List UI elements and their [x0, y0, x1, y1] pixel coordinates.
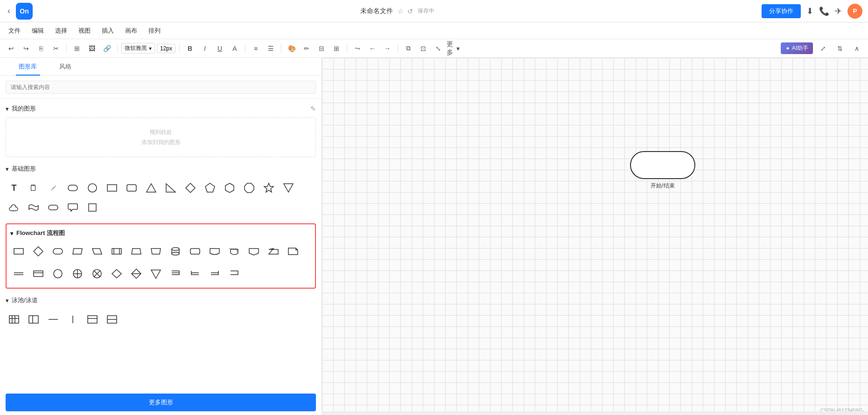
table-icon[interactable]: ⊞ [70, 42, 84, 55]
italic-button[interactable]: I [198, 42, 211, 55]
swimlane-header[interactable]: ▾ 泳池/泳道 [6, 294, 316, 306]
fc-sort[interactable] [128, 265, 145, 282]
bold-button[interactable]: B [183, 42, 196, 55]
edit-icon[interactable]: ✎ [310, 105, 316, 112]
fc-document[interactable] [206, 243, 223, 260]
fc-merge[interactable] [89, 265, 105, 282]
shape-square[interactable] [84, 199, 101, 216]
flowchart-header[interactable]: ▾ Flowchart 流程图 [10, 228, 311, 238]
arrow-left-button[interactable]: ← [366, 42, 379, 55]
resize-button[interactable]: ⤡ [432, 42, 445, 55]
distribute-button[interactable]: ⊞ [330, 42, 343, 55]
shape-stadium[interactable] [45, 199, 62, 216]
expand-button[interactable]: ⇅ [833, 42, 847, 55]
menu-file[interactable]: 文件 [7, 25, 21, 37]
shape-wave[interactable] [25, 199, 42, 216]
shape-pentagon[interactable] [202, 180, 218, 196]
fc-predefined[interactable] [108, 243, 125, 260]
search-input[interactable] [6, 81, 316, 94]
fc-offpage2[interactable] [265, 243, 282, 260]
fc-comment4[interactable] [226, 265, 243, 282]
ai-button[interactable]: ✦ AI助手 [781, 42, 813, 54]
undo-button[interactable]: ↩ [5, 42, 18, 55]
format-button[interactable]: ✂ [49, 42, 63, 55]
font-color-button[interactable]: A [228, 42, 241, 55]
shape-note[interactable]: 🗒 [25, 180, 42, 196]
clone-button[interactable]: ⎘ [35, 42, 48, 55]
shape-triangle[interactable] [143, 180, 160, 196]
collapse-button[interactable]: ∧ [850, 42, 863, 55]
shape-circle[interactable] [84, 180, 101, 196]
fc-loop[interactable] [30, 265, 47, 282]
fc-comment3[interactable] [206, 265, 223, 282]
shape-arrow[interactable]: ⟋ [45, 180, 62, 196]
share-button[interactable]: 分享协作 [762, 4, 801, 18]
shape-speech-bubble[interactable] [64, 199, 81, 216]
fc-start-end2[interactable] [49, 265, 66, 282]
arrow-right-button[interactable]: → [381, 42, 394, 55]
undo-arrow-icon[interactable]: ↺ [407, 7, 413, 15]
fc-parallel[interactable] [10, 265, 27, 282]
menu-canvas[interactable]: 画布 [124, 25, 138, 37]
fc-terminal[interactable] [49, 243, 66, 260]
canvas-area[interactable]: 开始/结束 CSDN @123456G- [322, 58, 868, 415]
fc-decision[interactable] [30, 243, 47, 260]
shape-right-triangle[interactable] [162, 180, 179, 196]
fc-trapezoid2[interactable] [147, 243, 164, 260]
swim-table[interactable] [6, 311, 22, 328]
fc-data[interactable] [69, 243, 86, 260]
tab-style[interactable]: 风格 [48, 58, 83, 76]
swim-lane-v[interactable] [25, 311, 42, 328]
fc-comment2[interactable] [187, 265, 203, 282]
back-button[interactable]: ‹ [6, 4, 12, 18]
more-button[interactable]: 更多▾ [447, 42, 460, 55]
redo-button[interactable]: ↪ [20, 42, 33, 55]
avatar[interactable]: P [847, 4, 862, 19]
swim-horizontal[interactable] [45, 311, 62, 328]
fc-multidoc[interactable] [226, 243, 243, 260]
shape-octagon[interactable] [241, 180, 258, 196]
fc-process[interactable] [10, 243, 27, 260]
swim-lane-h[interactable] [84, 311, 101, 328]
align-left-button[interactable]: ⊟ [315, 42, 328, 55]
shape-cloud[interactable] [6, 199, 22, 216]
fc-cylinder[interactable] [167, 243, 184, 260]
canvas-scrollbar[interactable] [322, 411, 868, 415]
fc-trapezoid[interactable] [128, 243, 145, 260]
font-selector[interactable]: 微软雅黑 ▾ [121, 43, 155, 54]
shape-down-triangle[interactable] [280, 180, 297, 196]
shape-hexagon[interactable] [221, 180, 238, 196]
align-button[interactable]: ☰ [264, 42, 277, 55]
full-screen-button[interactable]: ⤢ [817, 42, 830, 55]
link-icon[interactable]: 🔗 [100, 42, 113, 55]
shape-diamond[interactable] [182, 180, 199, 196]
basic-shapes-header[interactable]: ▾ 基础图形 [6, 163, 316, 175]
shape-preview-terminal[interactable] [630, 151, 695, 179]
swim-vertical[interactable] [64, 311, 81, 328]
swim-lane-h2[interactable] [104, 311, 120, 328]
download-icon[interactable]: ⬇ [806, 6, 813, 16]
image-icon[interactable]: 🖼 [85, 42, 98, 55]
fill-color-button[interactable]: 🎨 [285, 42, 298, 55]
underline-button[interactable]: U [213, 42, 226, 55]
file-title[interactable]: 未命名文件 [360, 7, 393, 15]
more-shapes-button[interactable]: 更多图形 [6, 394, 316, 411]
fc-offpage[interactable] [245, 243, 262, 260]
menu-arrange[interactable]: 排列 [147, 25, 161, 37]
fc-note[interactable] [285, 243, 301, 260]
shape-text[interactable]: T [6, 180, 22, 196]
menu-select[interactable]: 选择 [54, 25, 68, 37]
fc-parallelogram[interactable] [89, 243, 105, 260]
fc-sum[interactable] [69, 265, 86, 282]
star-icon[interactable]: ☆ [398, 7, 404, 15]
line-height-button[interactable]: ≡ [249, 42, 262, 55]
my-shapes-header[interactable]: ▾ 我的图形 ✎ [6, 103, 316, 115]
phone-icon[interactable]: 📞 [819, 6, 829, 16]
tab-shapes[interactable]: 图形库 [7, 58, 48, 76]
group-button[interactable]: ⊡ [417, 42, 430, 55]
fc-down-triangle[interactable] [147, 265, 164, 282]
menu-view[interactable]: 视图 [77, 25, 91, 37]
stroke-color-button[interactable]: ✏ [300, 42, 313, 55]
shape-rect[interactable] [104, 180, 120, 196]
font-size-input[interactable] [157, 44, 175, 53]
